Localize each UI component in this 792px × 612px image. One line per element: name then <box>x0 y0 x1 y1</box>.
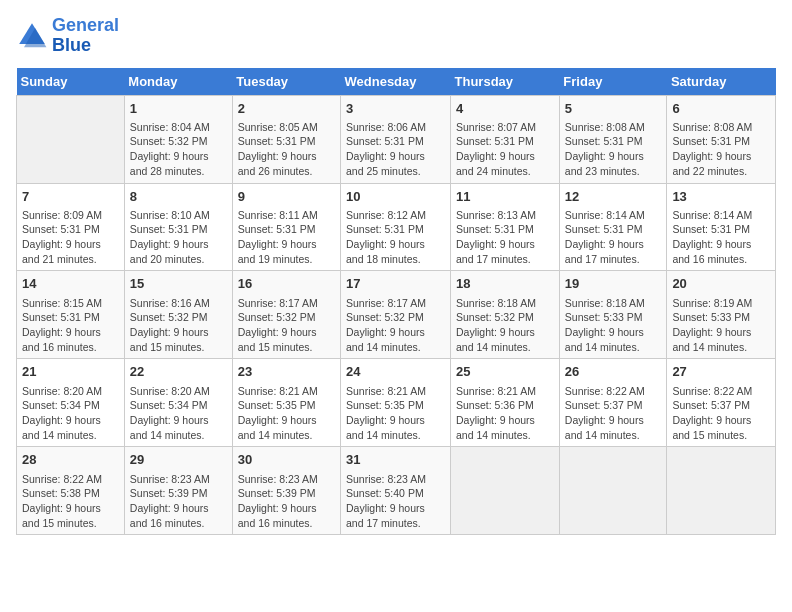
day-info: Sunrise: 8:20 AM Sunset: 5:34 PM Dayligh… <box>130 384 227 443</box>
day-number: 24 <box>346 363 445 381</box>
week-row-3: 14Sunrise: 8:15 AM Sunset: 5:31 PM Dayli… <box>17 271 776 359</box>
day-cell <box>451 447 560 535</box>
day-number: 31 <box>346 451 445 469</box>
day-number: 15 <box>130 275 227 293</box>
day-info: Sunrise: 8:08 AM Sunset: 5:31 PM Dayligh… <box>672 120 770 179</box>
header-wednesday: Wednesday <box>341 68 451 96</box>
day-number: 18 <box>456 275 554 293</box>
day-number: 20 <box>672 275 770 293</box>
logo: General Blue <box>16 16 119 56</box>
day-number: 30 <box>238 451 335 469</box>
header-sunday: Sunday <box>17 68 125 96</box>
day-number: 23 <box>238 363 335 381</box>
day-number: 19 <box>565 275 662 293</box>
day-cell: 28Sunrise: 8:22 AM Sunset: 5:38 PM Dayli… <box>17 447 125 535</box>
day-cell: 3Sunrise: 8:06 AM Sunset: 5:31 PM Daylig… <box>341 95 451 183</box>
calendar-table: SundayMondayTuesdayWednesdayThursdayFrid… <box>16 68 776 536</box>
day-number: 5 <box>565 100 662 118</box>
day-number: 7 <box>22 188 119 206</box>
day-info: Sunrise: 8:09 AM Sunset: 5:31 PM Dayligh… <box>22 208 119 267</box>
day-cell: 2Sunrise: 8:05 AM Sunset: 5:31 PM Daylig… <box>232 95 340 183</box>
day-info: Sunrise: 8:21 AM Sunset: 5:35 PM Dayligh… <box>346 384 445 443</box>
header-saturday: Saturday <box>667 68 776 96</box>
day-info: Sunrise: 8:20 AM Sunset: 5:34 PM Dayligh… <box>22 384 119 443</box>
day-cell: 17Sunrise: 8:17 AM Sunset: 5:32 PM Dayli… <box>341 271 451 359</box>
week-row-5: 28Sunrise: 8:22 AM Sunset: 5:38 PM Dayli… <box>17 447 776 535</box>
day-info: Sunrise: 8:23 AM Sunset: 5:39 PM Dayligh… <box>238 472 335 531</box>
day-cell: 23Sunrise: 8:21 AM Sunset: 5:35 PM Dayli… <box>232 359 340 447</box>
day-cell: 25Sunrise: 8:21 AM Sunset: 5:36 PM Dayli… <box>451 359 560 447</box>
day-info: Sunrise: 8:16 AM Sunset: 5:32 PM Dayligh… <box>130 296 227 355</box>
day-info: Sunrise: 8:12 AM Sunset: 5:31 PM Dayligh… <box>346 208 445 267</box>
day-cell: 22Sunrise: 8:20 AM Sunset: 5:34 PM Dayli… <box>124 359 232 447</box>
day-info: Sunrise: 8:22 AM Sunset: 5:37 PM Dayligh… <box>565 384 662 443</box>
day-number: 28 <box>22 451 119 469</box>
day-info: Sunrise: 8:04 AM Sunset: 5:32 PM Dayligh… <box>130 120 227 179</box>
day-number: 22 <box>130 363 227 381</box>
day-cell: 14Sunrise: 8:15 AM Sunset: 5:31 PM Dayli… <box>17 271 125 359</box>
day-info: Sunrise: 8:14 AM Sunset: 5:31 PM Dayligh… <box>672 208 770 267</box>
day-cell <box>667 447 776 535</box>
day-cell: 16Sunrise: 8:17 AM Sunset: 5:32 PM Dayli… <box>232 271 340 359</box>
day-info: Sunrise: 8:10 AM Sunset: 5:31 PM Dayligh… <box>130 208 227 267</box>
calendar-header-row: SundayMondayTuesdayWednesdayThursdayFrid… <box>17 68 776 96</box>
day-cell: 1Sunrise: 8:04 AM Sunset: 5:32 PM Daylig… <box>124 95 232 183</box>
day-info: Sunrise: 8:07 AM Sunset: 5:31 PM Dayligh… <box>456 120 554 179</box>
header-friday: Friday <box>559 68 667 96</box>
day-info: Sunrise: 8:14 AM Sunset: 5:31 PM Dayligh… <box>565 208 662 267</box>
day-number: 25 <box>456 363 554 381</box>
day-cell: 27Sunrise: 8:22 AM Sunset: 5:37 PM Dayli… <box>667 359 776 447</box>
week-row-2: 7Sunrise: 8:09 AM Sunset: 5:31 PM Daylig… <box>17 183 776 271</box>
day-number: 13 <box>672 188 770 206</box>
day-info: Sunrise: 8:08 AM Sunset: 5:31 PM Dayligh… <box>565 120 662 179</box>
day-cell: 18Sunrise: 8:18 AM Sunset: 5:32 PM Dayli… <box>451 271 560 359</box>
day-cell: 5Sunrise: 8:08 AM Sunset: 5:31 PM Daylig… <box>559 95 667 183</box>
day-info: Sunrise: 8:11 AM Sunset: 5:31 PM Dayligh… <box>238 208 335 267</box>
day-number: 1 <box>130 100 227 118</box>
day-number: 29 <box>130 451 227 469</box>
day-number: 2 <box>238 100 335 118</box>
day-cell: 31Sunrise: 8:23 AM Sunset: 5:40 PM Dayli… <box>341 447 451 535</box>
day-cell: 26Sunrise: 8:22 AM Sunset: 5:37 PM Dayli… <box>559 359 667 447</box>
header-monday: Monday <box>124 68 232 96</box>
day-number: 12 <box>565 188 662 206</box>
day-info: Sunrise: 8:22 AM Sunset: 5:38 PM Dayligh… <box>22 472 119 531</box>
day-info: Sunrise: 8:23 AM Sunset: 5:39 PM Dayligh… <box>130 472 227 531</box>
day-cell: 9Sunrise: 8:11 AM Sunset: 5:31 PM Daylig… <box>232 183 340 271</box>
day-cell <box>559 447 667 535</box>
day-cell: 13Sunrise: 8:14 AM Sunset: 5:31 PM Dayli… <box>667 183 776 271</box>
day-cell: 7Sunrise: 8:09 AM Sunset: 5:31 PM Daylig… <box>17 183 125 271</box>
day-number: 16 <box>238 275 335 293</box>
day-info: Sunrise: 8:21 AM Sunset: 5:36 PM Dayligh… <box>456 384 554 443</box>
day-info: Sunrise: 8:05 AM Sunset: 5:31 PM Dayligh… <box>238 120 335 179</box>
day-cell: 24Sunrise: 8:21 AM Sunset: 5:35 PM Dayli… <box>341 359 451 447</box>
header-tuesday: Tuesday <box>232 68 340 96</box>
day-info: Sunrise: 8:17 AM Sunset: 5:32 PM Dayligh… <box>346 296 445 355</box>
page-header: General Blue <box>16 16 776 56</box>
day-number: 3 <box>346 100 445 118</box>
week-row-1: 1Sunrise: 8:04 AM Sunset: 5:32 PM Daylig… <box>17 95 776 183</box>
day-info: Sunrise: 8:21 AM Sunset: 5:35 PM Dayligh… <box>238 384 335 443</box>
day-cell: 6Sunrise: 8:08 AM Sunset: 5:31 PM Daylig… <box>667 95 776 183</box>
day-cell: 29Sunrise: 8:23 AM Sunset: 5:39 PM Dayli… <box>124 447 232 535</box>
day-number: 17 <box>346 275 445 293</box>
day-cell <box>17 95 125 183</box>
day-cell: 15Sunrise: 8:16 AM Sunset: 5:32 PM Dayli… <box>124 271 232 359</box>
day-cell: 12Sunrise: 8:14 AM Sunset: 5:31 PM Dayli… <box>559 183 667 271</box>
day-cell: 19Sunrise: 8:18 AM Sunset: 5:33 PM Dayli… <box>559 271 667 359</box>
day-cell: 20Sunrise: 8:19 AM Sunset: 5:33 PM Dayli… <box>667 271 776 359</box>
day-number: 11 <box>456 188 554 206</box>
day-number: 14 <box>22 275 119 293</box>
day-info: Sunrise: 8:19 AM Sunset: 5:33 PM Dayligh… <box>672 296 770 355</box>
day-number: 21 <box>22 363 119 381</box>
day-cell: 30Sunrise: 8:23 AM Sunset: 5:39 PM Dayli… <box>232 447 340 535</box>
day-number: 27 <box>672 363 770 381</box>
day-cell: 21Sunrise: 8:20 AM Sunset: 5:34 PM Dayli… <box>17 359 125 447</box>
day-info: Sunrise: 8:17 AM Sunset: 5:32 PM Dayligh… <box>238 296 335 355</box>
week-row-4: 21Sunrise: 8:20 AM Sunset: 5:34 PM Dayli… <box>17 359 776 447</box>
logo-text: General Blue <box>52 16 119 56</box>
day-number: 4 <box>456 100 554 118</box>
day-info: Sunrise: 8:18 AM Sunset: 5:32 PM Dayligh… <box>456 296 554 355</box>
day-info: Sunrise: 8:13 AM Sunset: 5:31 PM Dayligh… <box>456 208 554 267</box>
header-thursday: Thursday <box>451 68 560 96</box>
